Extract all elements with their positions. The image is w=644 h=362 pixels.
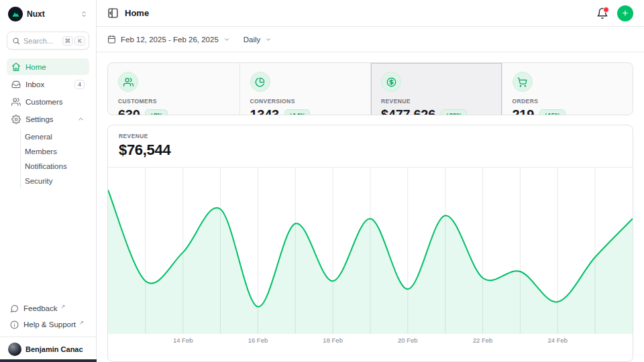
sidebar-item-customers[interactable]: Customers bbox=[7, 93, 89, 110]
user-menu[interactable]: Benjamin Canac bbox=[0, 337, 96, 362]
sidebar-item-members[interactable]: Members bbox=[21, 144, 89, 159]
period-value: Daily bbox=[244, 36, 261, 44]
sidebar-item-inbox[interactable]: Inbox 4 bbox=[7, 76, 89, 93]
top-header: Home bbox=[97, 0, 644, 27]
chart-header: REVENUE $76,544 bbox=[108, 125, 633, 168]
chevron-up-down-icon bbox=[87, 346, 88, 353]
help-support-link[interactable]: Help & Support ↗ bbox=[7, 317, 89, 332]
chart-total-value: $76,544 bbox=[119, 141, 622, 159]
kbd-meta: ⌘ bbox=[62, 36, 74, 46]
settings-subnav: General Members Notifications Security bbox=[20, 129, 89, 188]
x-axis-tick-label: 22 Feb bbox=[473, 337, 493, 344]
add-button[interactable] bbox=[617, 5, 633, 21]
bottom-dark-strip bbox=[0, 359, 97, 362]
shopping-cart-icon bbox=[513, 72, 533, 92]
feedback-link[interactable]: Feedback ↗ bbox=[7, 301, 89, 316]
x-axis-tick-label: 18 Feb bbox=[323, 337, 343, 344]
search-shortcut: ⌘ K bbox=[62, 36, 86, 46]
stat-card-revenue[interactable]: REVENUE $477,626 +20% bbox=[370, 63, 502, 115]
pie-chart-icon bbox=[250, 72, 270, 92]
home-icon bbox=[11, 62, 21, 72]
x-axis-tick-label: 20 Feb bbox=[398, 337, 418, 344]
workspace-name: Nuxt bbox=[27, 9, 76, 19]
stat-value: 219 bbox=[513, 107, 534, 115]
chart-title: REVENUE bbox=[119, 133, 622, 139]
sidebar-item-label: Home bbox=[25, 63, 46, 71]
filter-toolbar: Feb 12, 2025 - Feb 26, 2025 Daily bbox=[97, 27, 644, 52]
x-axis-tick-label: 24 Feb bbox=[547, 337, 568, 344]
x-axis: 14 Feb16 Feb18 Feb20 Feb22 Feb24 Feb bbox=[108, 334, 633, 349]
gear-icon bbox=[11, 115, 21, 124]
stats-row: CUSTOMERS 630 +8% CONVERSIONS 1343 +14% bbox=[107, 62, 633, 115]
inbox-count-badge: 4 bbox=[74, 80, 85, 89]
kbd-key: K bbox=[74, 36, 85, 46]
search-placeholder: Search... bbox=[23, 37, 59, 45]
stat-card-orders[interactable]: ORDERS 219 +15% bbox=[502, 63, 633, 115]
chevron-up-icon bbox=[77, 115, 85, 123]
inbox-icon bbox=[11, 80, 21, 89]
sidebar-nav: Home Inbox 4 Customers Settings General … bbox=[7, 58, 89, 188]
search-icon bbox=[12, 37, 20, 45]
users-icon bbox=[11, 97, 21, 107]
stat-card-customers[interactable]: CUSTOMERS 630 +8% bbox=[108, 63, 239, 115]
sidebar-item-label: Inbox bbox=[25, 80, 44, 88]
sidebar-item-home[interactable]: Home bbox=[7, 58, 89, 75]
main-panel: Home Feb 12, 2025 - Feb 26, 2025 Daily bbox=[97, 0, 644, 362]
chevron-down-icon bbox=[223, 36, 230, 43]
chevron-up-down-icon bbox=[80, 10, 88, 18]
stat-label: ORDERS bbox=[513, 98, 623, 105]
sidebar-item-settings[interactable]: Settings bbox=[7, 111, 89, 127]
stat-card-conversions[interactable]: CONVERSIONS 1343 +14% bbox=[239, 63, 371, 115]
sidebar-item-label: Customers bbox=[25, 98, 63, 106]
revenue-area-chart[interactable] bbox=[108, 168, 633, 334]
stat-value: 1343 bbox=[250, 107, 279, 115]
info-circle-icon bbox=[10, 320, 19, 329]
sidebar-footer: Feedback ↗ Help & Support ↗ bbox=[7, 301, 89, 337]
collapse-sidebar-icon[interactable] bbox=[107, 7, 119, 19]
user-name: Benjamin Canac bbox=[25, 345, 83, 353]
chevron-down-icon bbox=[265, 36, 272, 43]
nuxt-logo-icon bbox=[8, 7, 23, 21]
topbar-actions bbox=[596, 5, 633, 21]
chart-canvas bbox=[108, 168, 633, 334]
footer-link-label: Help & Support bbox=[23, 320, 76, 328]
sidebar: Nuxt Search... ⌘ K Home Inbox 4 Cu bbox=[0, 0, 97, 362]
circle-dollar-icon bbox=[381, 72, 401, 92]
stat-label: CONVERSIONS bbox=[250, 98, 361, 105]
stat-delta-badge: +20% bbox=[441, 109, 467, 116]
stat-label: REVENUE bbox=[381, 98, 492, 105]
workspace-switcher[interactable]: Nuxt bbox=[7, 6, 89, 22]
external-link-icon: ↗ bbox=[61, 304, 66, 310]
date-range-picker[interactable]: Feb 12, 2025 - Feb 26, 2025 bbox=[107, 35, 230, 44]
stat-delta-badge: +15% bbox=[539, 109, 566, 116]
sidebar-item-notifications[interactable]: Notifications bbox=[21, 159, 89, 174]
stat-label: CUSTOMERS bbox=[118, 98, 229, 105]
calendar-icon bbox=[107, 35, 116, 44]
external-link-icon: ↗ bbox=[79, 320, 84, 326]
sidebar-item-general[interactable]: General bbox=[21, 129, 89, 144]
chat-bubble-icon bbox=[10, 304, 19, 313]
avatar bbox=[8, 343, 21, 356]
sidebar-item-security[interactable]: Security bbox=[21, 174, 89, 188]
stat-delta-badge: +8% bbox=[145, 109, 167, 116]
sidebar-item-label: Settings bbox=[25, 115, 54, 123]
period-select[interactable]: Daily bbox=[244, 36, 272, 44]
page-title: Home bbox=[125, 8, 149, 18]
stat-delta-badge: +14% bbox=[284, 109, 311, 116]
notifications-button[interactable] bbox=[596, 7, 608, 19]
plus-icon bbox=[621, 9, 629, 17]
x-axis-tick-label: 14 Feb bbox=[173, 337, 193, 344]
x-axis-tick-label: 16 Feb bbox=[248, 337, 268, 344]
footer-link-label: Feedback bbox=[23, 304, 58, 312]
date-range-value: Feb 12, 2025 - Feb 26, 2025 bbox=[121, 36, 219, 44]
stat-value: $477,626 bbox=[381, 107, 435, 115]
page-content: CUSTOMERS 630 +8% CONVERSIONS 1343 +14% bbox=[97, 52, 644, 362]
notification-dot bbox=[603, 7, 609, 13]
app-root: Nuxt Search... ⌘ K Home Inbox 4 Cu bbox=[0, 0, 644, 362]
revenue-chart-card: REVENUE $76,544 14 Feb16 Feb18 Feb20 Feb… bbox=[107, 125, 633, 362]
search-input[interactable]: Search... ⌘ K bbox=[7, 32, 89, 50]
users-icon bbox=[118, 72, 138, 92]
stat-value: 630 bbox=[118, 107, 140, 115]
